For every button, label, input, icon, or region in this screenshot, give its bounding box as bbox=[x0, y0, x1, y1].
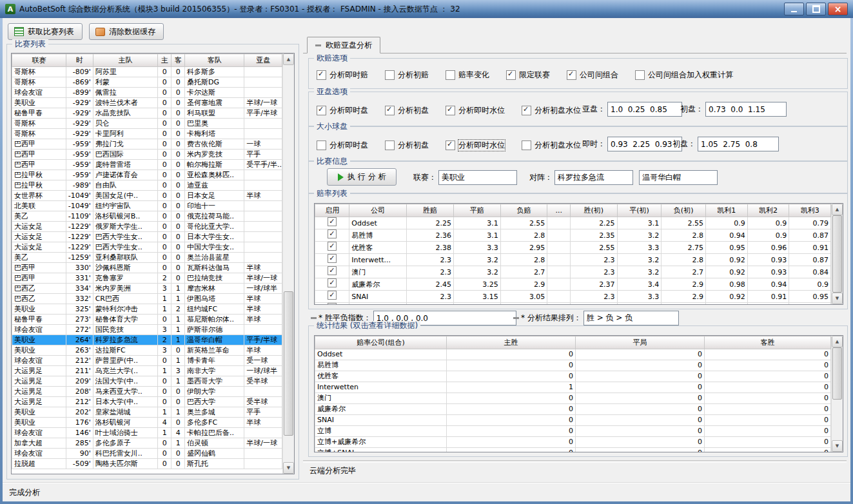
match-row[interactable]: 大运男足209'法国大学(中..01墨西哥大学受半球 bbox=[12, 376, 282, 387]
match-row[interactable]: 巴西甲-959'巴西国际00米内罗竞技平手 bbox=[12, 150, 282, 160]
match-row[interactable]: 巴西甲-959'庞特普雷塔00帕尔梅拉斯受平手/半.. bbox=[12, 160, 282, 170]
stats-row[interactable]: Interwetten100 bbox=[315, 382, 831, 393]
match-row[interactable]: 巴西甲330'沙佩科恩斯00瓦斯科达伽马半球 bbox=[12, 263, 282, 273]
match-row[interactable]: 美职业-929'波特兰伐木者00圣何塞地震半球/一球 bbox=[12, 98, 282, 108]
match-row[interactable]: 秘鲁甲春273'秘鲁体育大学01慕尼斯帕尔体..半球 bbox=[12, 315, 282, 325]
match-row[interactable]: 巴西乙332'CR巴西11伊图乌塔半球 bbox=[12, 294, 282, 304]
match-row[interactable]: 哥斯杯-929'贝仑00巴里奥 bbox=[12, 119, 282, 129]
ou-initial-input[interactable] bbox=[698, 137, 779, 151]
column-header[interactable]: 负(初) bbox=[662, 204, 706, 217]
column-header[interactable]: 客胜 bbox=[705, 336, 831, 349]
odds-row[interactable]: 威廉希尔2.453.252.92.373.42.90.980.940.9 bbox=[315, 278, 831, 291]
odds-row[interactable]: 澳门2.33.22.72.33.22.70.920.930.84 bbox=[315, 266, 831, 278]
checkbox-analyze-initial-water[interactable]: 分析初盘水位 bbox=[522, 105, 581, 116]
checkbox-ou-analyze-initial-handicap[interactable]: 分析初盘 bbox=[385, 140, 429, 151]
scroll-down-icon[interactable]: ▼ bbox=[283, 462, 294, 474]
match-row[interactable]: 北美联-1049'纽约宇宙队00印地十一 bbox=[12, 201, 282, 211]
stats-row[interactable]: 立博+SNAI000 bbox=[315, 448, 831, 452]
column-header[interactable]: 凯利3 bbox=[789, 204, 831, 217]
company-enable-checkbox[interactable] bbox=[328, 242, 337, 251]
column-header[interactable]: 主 bbox=[158, 54, 172, 67]
column-header[interactable]: 亚盘 bbox=[244, 54, 282, 67]
match-row[interactable]: 美职业176'洛杉矶银河40多伦多FC半球 bbox=[12, 418, 282, 428]
fetch-matches-button[interactable]: 获取比赛列表 bbox=[8, 23, 83, 40]
company-enable-checkbox[interactable] bbox=[328, 217, 337, 226]
column-header[interactable]: 主胜 bbox=[447, 336, 576, 349]
match-row[interactable]: 球会友谊-899'佩雷拉00卡尔达斯 bbox=[12, 88, 282, 98]
column-header[interactable]: 凯利1 bbox=[706, 204, 748, 217]
match-list-scrollbar[interactable]: ▲ ▼ bbox=[282, 53, 294, 474]
column-header[interactable]: 负赔 bbox=[500, 204, 547, 217]
stats-row[interactable]: 易胜博000 bbox=[315, 360, 831, 371]
match-row[interactable]: 巴西甲331'克鲁塞罗20巴拉纳竞技半球/一球 bbox=[12, 273, 282, 284]
match-row[interactable]: 球会友谊90'科巴托雷女川..00盛冈仙鹤 bbox=[12, 449, 282, 459]
odds-row[interactable]: SNAI2.33.153.052.33.32.90.920.910.95 bbox=[315, 291, 831, 303]
match-row[interactable]: 美乙-1259'亚利桑那联队00奥兰治县蓝星 bbox=[12, 253, 282, 263]
scrollbar-track[interactable] bbox=[832, 347, 843, 440]
match-row[interactable]: 哥斯杯-869'利蒙00桑托斯DG bbox=[12, 77, 282, 88]
column-header[interactable]: 时 bbox=[66, 54, 93, 67]
match-row[interactable]: 哥斯杯-929'卡里阿利00卡梅利塔 bbox=[12, 129, 282, 139]
column-header[interactable]: 客队 bbox=[185, 54, 244, 67]
odds-row[interactable]: Interwett...2.33.22.82.33.22.80.920.930.… bbox=[315, 254, 831, 266]
match-row[interactable]: 大运男足212'日本大学(中..00巴西大学受半球 bbox=[12, 397, 282, 407]
match-row[interactable]: 美职业264'科罗拉多急流21温哥华白帽平手/半球 bbox=[12, 335, 282, 345]
checkbox-ou-analyze-initial-water[interactable]: 分析初盘水位 bbox=[522, 140, 581, 151]
column-header[interactable]: 客 bbox=[172, 54, 185, 67]
match-row[interactable]: 巴拉甲秋-989'自由队00迪亚兹 bbox=[12, 180, 282, 191]
run-analysis-button[interactable]: 执 行 分 析 bbox=[327, 168, 397, 186]
column-header[interactable]: 主队 bbox=[93, 54, 158, 67]
match-row[interactable]: 女世界杯-1049'美国女足(中..00日本女足半球 bbox=[12, 191, 282, 201]
column-header[interactable]: 平局 bbox=[576, 336, 705, 349]
scrollbar-track[interactable] bbox=[832, 215, 843, 293]
odds-row[interactable]: 立博2.353.132.33.42.750.940.90.93 bbox=[315, 303, 831, 305]
company-enable-checkbox[interactable] bbox=[328, 291, 337, 300]
stats-row[interactable]: 优胜客000 bbox=[315, 371, 831, 382]
match-row[interactable]: 大运男足211'乌克兰大学(..13南非大学一球/球半 bbox=[12, 366, 282, 376]
match-row[interactable]: 美乙-1109'洛杉矶银河B..00俄克拉荷马能.. bbox=[12, 211, 282, 222]
checkbox-odds-change[interactable]: 赔率变化 bbox=[446, 70, 489, 81]
asian-initial-input[interactable] bbox=[705, 102, 787, 117]
column-header[interactable]: ... bbox=[547, 204, 571, 217]
match-row[interactable]: 美职业263'达拉斯FC30新英格兰革命半球 bbox=[12, 345, 282, 356]
scroll-down-icon[interactable]: ▼ bbox=[832, 440, 843, 452]
match-row[interactable]: 美职业325'蒙特利尔冲击12纽约城FC半球 bbox=[12, 304, 282, 315]
column-header[interactable]: 胜(初) bbox=[570, 204, 617, 217]
match-row[interactable]: 巴西甲-959'弗拉门戈00费古依伦斯一球 bbox=[12, 139, 282, 150]
stats-row[interactable]: 澳门000 bbox=[315, 393, 831, 404]
asian-live-input[interactable] bbox=[607, 102, 682, 117]
minimize-button[interactable] bbox=[784, 3, 804, 15]
stats-row[interactable]: 威廉希尔000 bbox=[315, 404, 831, 415]
stats-scrollbar[interactable]: ▲ ▼ bbox=[831, 336, 843, 452]
match-row[interactable]: 球会友谊272'国民竞技31萨斯菲尔德 bbox=[12, 325, 282, 335]
match-row[interactable]: 哥斯杯-809'阿苏里00科多斯多 bbox=[12, 67, 282, 77]
column-header[interactable]: 赔率公司(组合) bbox=[315, 336, 447, 349]
column-header[interactable]: 联赛 bbox=[12, 54, 66, 67]
column-header[interactable]: 胜赔 bbox=[407, 204, 454, 217]
checkbox-limit-league[interactable]: 限定联赛 bbox=[506, 70, 550, 81]
stats-row[interactable]: SNAI000 bbox=[315, 415, 831, 426]
away-team-input[interactable] bbox=[639, 170, 718, 185]
checkbox-company-combination[interactable]: 公司间组合 bbox=[567, 70, 618, 81]
checkbox-analyze-initial-handicap[interactable]: 分析初盘 bbox=[385, 105, 429, 116]
match-row[interactable]: 加拿大超285'多伦多原子01伯灵顿半球/一球 bbox=[12, 438, 282, 449]
match-row[interactable]: 大运男足208'马来西亚大学..00伊朗大学 bbox=[12, 387, 282, 397]
scroll-up-icon[interactable]: ▲ bbox=[832, 204, 843, 215]
column-header[interactable]: 公司 bbox=[349, 204, 407, 217]
company-enable-checkbox[interactable] bbox=[328, 303, 337, 304]
company-enable-checkbox[interactable] bbox=[328, 229, 337, 238]
tab-euro-asian-analysis[interactable]: 欧赔亚盘分析 bbox=[307, 37, 380, 53]
maximize-button[interactable] bbox=[806, 3, 826, 15]
result-order-input[interactable] bbox=[583, 311, 679, 325]
odds-row[interactable]: 易胜博2.363.12.82.353.22.80.940.90.87 bbox=[315, 229, 831, 242]
odds-row[interactable]: Oddset2.253.12.552.253.12.550.90.90.79 bbox=[315, 217, 831, 229]
checkbox-analyze-live-water[interactable]: 分析即时水位 bbox=[446, 105, 505, 116]
column-header[interactable]: 启用 bbox=[315, 204, 349, 217]
column-header[interactable]: 平赔 bbox=[453, 204, 500, 217]
checkbox-ou-analyze-live-water[interactable]: 分析即时水位 bbox=[446, 140, 505, 151]
odds-row[interactable]: 优胜客2.383.32.952.553.32.750.950.960.91 bbox=[315, 242, 831, 254]
checkbox-analyze-live-odds[interactable]: 分析即时赔 bbox=[317, 70, 368, 81]
odds-scrollbar[interactable]: ▲ ▼ bbox=[831, 204, 843, 304]
column-header[interactable]: 平(初) bbox=[617, 204, 662, 217]
scrollbar-thumb[interactable] bbox=[284, 291, 293, 436]
